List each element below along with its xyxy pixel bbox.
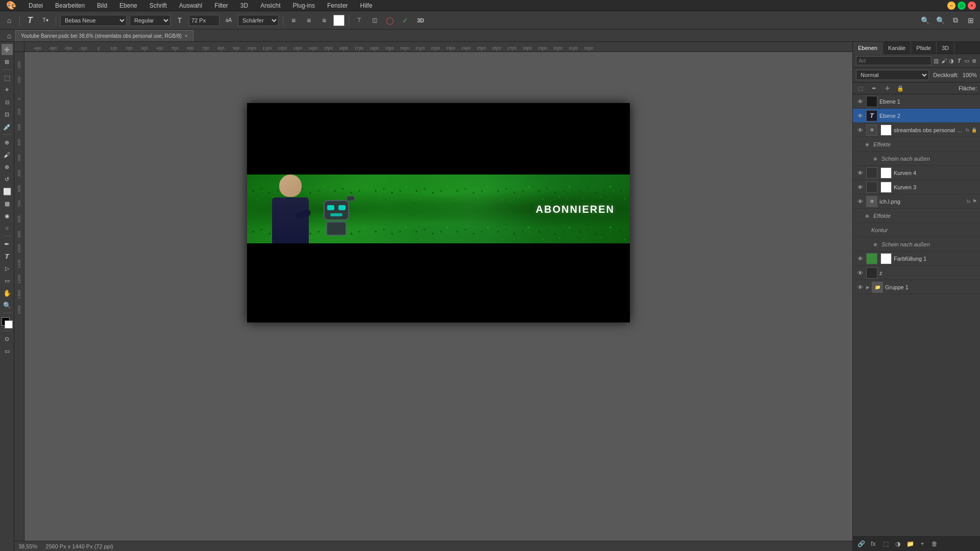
visibility-eye-streamlabs[interactable]: 👁 (856, 126, 864, 134)
type-icon[interactable]: T▾ (39, 14, 52, 27)
eyedropper-tool[interactable]: 💉 (2, 121, 13, 132)
lock-transparent-icon[interactable]: ⬚ (856, 84, 865, 93)
layer-effekte2[interactable]: ◉ Effekte (853, 209, 980, 223)
maximize-button[interactable]: □ (958, 2, 966, 10)
character-panel-icon[interactable]: ◫ (369, 14, 381, 27)
menu-bearbeiten[interactable]: Bearbeiten (53, 1, 87, 10)
align-left-icon[interactable]: ≡ (287, 14, 300, 27)
brush-layer-icon[interactable]: 🖌 (941, 56, 947, 65)
layer-schein2[interactable]: ◉ Schein nach außen (853, 237, 980, 252)
layer-ebene2[interactable]: 👁 T Ebene 2 (853, 109, 980, 123)
font-family-select[interactable]: Bebas Neue (60, 15, 127, 26)
menu-3d[interactable]: 3D (238, 1, 250, 10)
new-layer-icon[interactable]: + (917, 539, 927, 549)
warp-text-icon[interactable]: ⊤ (353, 14, 365, 27)
visibility-eye-schein1[interactable]: ◉ (871, 155, 879, 163)
search-ps-icon[interactable]: 🔍 (919, 14, 931, 27)
gradient-tool[interactable]: ▦ (2, 198, 13, 209)
artboard-tool[interactable]: ⊞ (2, 56, 13, 67)
menu-datei[interactable]: Datei (27, 1, 45, 10)
layer-schein1[interactable]: ◉ Schein nach außen (853, 152, 980, 166)
menu-ebene[interactable]: Ebene (117, 1, 139, 10)
text-color-swatch[interactable] (333, 15, 345, 26)
align-center-icon[interactable]: ≡ (303, 14, 315, 27)
visibility-eye-ichlpng[interactable]: 👁 (856, 197, 864, 206)
layer-z[interactable]: 👁 z (853, 266, 980, 280)
text-tool[interactable]: T (2, 251, 13, 262)
canvas-scroll[interactable]: ABONNIEREN (24, 52, 852, 541)
group-arrow[interactable]: ▶ (866, 285, 870, 290)
path-select-tool[interactable]: ▷ (2, 263, 13, 274)
quick-mask-icon[interactable]: ⊙ (2, 333, 13, 344)
search-icon[interactable]: 🔍 (934, 14, 946, 27)
visibility-eye-schein2[interactable]: ◉ (871, 240, 879, 248)
lock-paint-icon[interactable]: ✒ (869, 84, 878, 93)
lasso-tool[interactable]: ⌖ (2, 84, 13, 95)
crop-tool[interactable]: ⊡ (2, 109, 13, 120)
tab-kanaele[interactable]: Kanäle (883, 42, 911, 54)
type-layer-icon[interactable]: T (957, 56, 962, 65)
marquee-tool[interactable]: ⬚ (2, 72, 13, 83)
layer-kurven3[interactable]: 👁 Kurven 3 (853, 180, 980, 194)
menu-hilfe[interactable]: Hilfe (358, 1, 375, 10)
layer-kontur[interactable]: Kontur (853, 223, 980, 237)
dodge-tool[interactable]: ○ (2, 222, 13, 234)
visibility-eye-z[interactable]: 👁 (856, 269, 864, 277)
menu-fenster[interactable]: Fenster (325, 1, 350, 10)
tab-close-button[interactable]: × (185, 33, 188, 39)
color-swatches[interactable] (2, 317, 13, 329)
lock-position-icon[interactable]: ✛ (883, 84, 892, 93)
menu-ansicht[interactable]: Ansicht (258, 1, 282, 10)
background-color[interactable] (5, 320, 13, 329)
tab-ebenen[interactable]: Ebenen (853, 42, 883, 54)
layer-streamlabs[interactable]: 👁 ⊞ streamlabs obs personal use fx 🔒 (853, 123, 980, 137)
visibility-eye-ebene1[interactable]: 👁 (856, 97, 864, 106)
eraser-tool[interactable]: ⬜ (2, 186, 13, 197)
smart-layer-icon[interactable]: ⊕ (971, 56, 977, 65)
tab-3d[interactable]: 3D (937, 42, 954, 54)
add-mask-icon[interactable]: ⬚ (880, 539, 891, 549)
layer-ebene1[interactable]: 👁 Ebene 1 (853, 94, 980, 109)
workspace-icon[interactable]: ⊞ (965, 14, 977, 27)
link-layers-icon[interactable]: 🔗 (856, 539, 866, 549)
new-group-icon[interactable]: 📁 (905, 539, 915, 549)
filter-icon[interactable]: ▥ (934, 56, 939, 65)
layers-search-input[interactable] (856, 56, 932, 65)
shape-layer-icon[interactable]: ▭ (964, 56, 969, 65)
hand-tool[interactable]: ✋ (2, 287, 13, 298)
history-brush-tool[interactable]: ↺ (2, 173, 13, 185)
tab-pfade[interactable]: Pfade (911, 42, 937, 54)
screen-mode-icon[interactable]: ▭ (2, 345, 13, 357)
confirm-transform-icon[interactable]: ✓ (399, 14, 411, 27)
move-tool[interactable]: ✛ (2, 44, 13, 55)
menu-bild[interactable]: Bild (95, 1, 109, 10)
delete-layer-icon[interactable]: 🗑 (929, 539, 940, 549)
antialiasing-select[interactable]: Schärfer (238, 15, 279, 26)
clone-stamp-tool[interactable]: ⊕ (2, 161, 13, 172)
menu-auswahl[interactable]: Auswahl (177, 1, 204, 10)
lock-all-icon[interactable]: 🔒 (896, 84, 905, 93)
new-adjustment-icon[interactable]: ◑ (893, 539, 903, 549)
blur-tool[interactable]: ◉ (2, 210, 13, 221)
layer-effekte1[interactable]: ◉ Effekte (853, 137, 980, 152)
layer-ichlpng[interactable]: 👁 ⊞ ich.l.png fx ⚑ (853, 194, 980, 209)
visibility-eye-effekte2[interactable]: ◉ (863, 212, 871, 220)
minimize-button[interactable]: – (947, 2, 955, 10)
text-tool-icon[interactable]: T (24, 14, 36, 27)
adjust-layer-icon[interactable]: ◑ (949, 56, 954, 65)
zoom-tool[interactable]: 🔍 (2, 299, 13, 311)
cancel-transform-icon[interactable]: ◯ (384, 14, 396, 27)
font-size-input[interactable] (189, 15, 219, 26)
close-button[interactable]: × (968, 2, 976, 10)
shape-tool[interactable]: ▭ (2, 275, 13, 286)
arrange-icon[interactable]: ⧉ (949, 14, 962, 27)
visibility-eye-ebene2[interactable]: 👁 (856, 112, 864, 120)
layer-gruppe1[interactable]: 👁 ▶ 📁 Gruppe 1 (853, 280, 980, 294)
home-icon[interactable]: ⌂ (3, 14, 15, 27)
visibility-eye-kurven4[interactable]: 👁 (856, 169, 864, 177)
canvas-document[interactable]: ABONNIEREN (247, 103, 630, 322)
pen-tool[interactable]: ✒ (2, 238, 13, 249)
align-right-icon[interactable]: ≡ (318, 14, 330, 27)
3d-icon[interactable]: 3D (414, 14, 427, 27)
layer-kurven4[interactable]: 👁 Kurven 4 (853, 166, 980, 180)
